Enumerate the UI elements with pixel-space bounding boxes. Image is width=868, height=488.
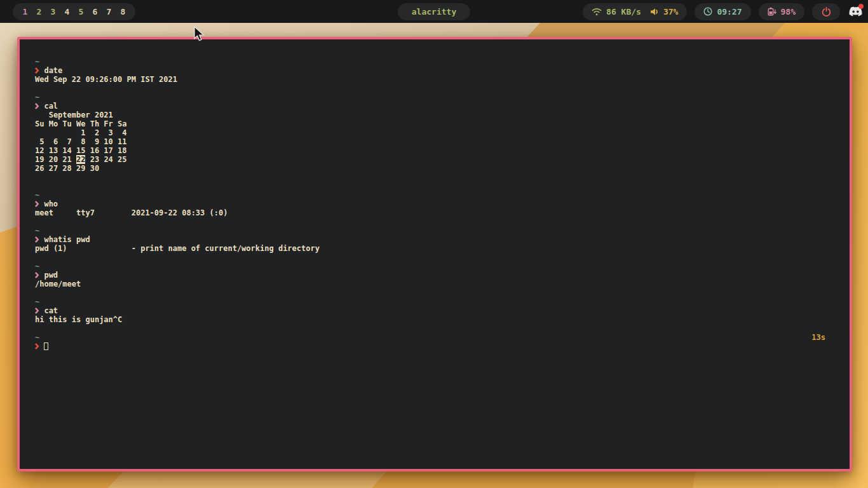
volume-icon	[650, 8, 659, 16]
workspace-6[interactable]: 6	[92, 7, 98, 17]
terminal-line: ~	[35, 191, 834, 200]
prompt-arrow-icon	[35, 342, 39, 351]
terminal-line: cal	[35, 102, 834, 111]
terminal-line: who	[35, 200, 834, 208]
terminal-line: Su Mo Tu We Th Fr Sa	[35, 119, 834, 128]
workspace-5[interactable]: 5	[78, 7, 84, 17]
prompt-arrow-icon	[35, 102, 39, 111]
terminal-line: /home/meet	[35, 280, 834, 288]
network-segment: 86 KB/s	[592, 7, 641, 17]
notification-badge	[858, 4, 864, 9]
terminal-line: 26 27 28 29 30	[35, 164, 834, 173]
terminal-line: date	[35, 66, 834, 75]
wifi-icon	[592, 8, 602, 16]
network-volume-pill: 86 KB/s 37%	[583, 3, 687, 20]
power-icon	[822, 7, 831, 17]
workspace-1[interactable]: 1	[22, 7, 28, 17]
prompt-arrow-icon	[35, 200, 39, 208]
terminal-line: 12 13 14 15 16 17 18	[35, 146, 834, 155]
prompt-arrow-icon	[35, 306, 39, 315]
terminal-line: 5 6 7 8 9 10 11	[35, 137, 834, 146]
terminal-line: 19 20 21 22 23 24 25	[35, 155, 834, 164]
workspace-7[interactable]: 7	[106, 7, 112, 17]
clock-icon	[703, 7, 712, 16]
battery-percent: 98%	[781, 7, 796, 17]
terminal-line: ~	[35, 57, 834, 66]
window-title-pill: alacritty	[398, 3, 470, 20]
terminal-line	[35, 324, 834, 333]
top-bar: 12345678 alacritty 86 KB/s 37%	[0, 0, 868, 23]
terminal-line: hi this is gunjan^C	[35, 315, 834, 324]
workspace-4[interactable]: 4	[64, 7, 70, 17]
terminal-line: ~	[35, 262, 834, 271]
terminal-cursor	[44, 342, 48, 350]
terminal-line	[35, 84, 834, 93]
terminal-line: September 2021	[35, 111, 834, 119]
workspace-8[interactable]: 8	[120, 7, 126, 17]
workspace-list: 12345678	[13, 3, 135, 20]
workspace-3[interactable]: 3	[50, 7, 56, 17]
power-button[interactable]	[812, 3, 840, 20]
terminal-line	[35, 342, 834, 351]
prompt-arrow-icon	[35, 66, 39, 75]
terminal-line: ~	[35, 297, 834, 306]
terminal-line: pwd	[35, 271, 834, 280]
clock-time: 09:27	[717, 7, 742, 17]
terminal-line	[35, 173, 834, 182]
battery-pill: 98%	[759, 3, 804, 20]
terminal-line	[35, 182, 834, 191]
terminal-line	[35, 288, 834, 297]
status-cluster: 86 KB/s 37% 09:27	[583, 3, 863, 20]
terminal-line	[35, 217, 834, 226]
clock-pill: 09:27	[695, 3, 750, 20]
terminal-line: ~	[35, 93, 834, 102]
terminal-line	[35, 253, 834, 262]
terminal-output: ~ dateWed Sep 22 09:26:00 PM IST 2021~ c…	[20, 39, 850, 469]
terminal-line: whatis pwd	[35, 235, 834, 244]
terminal-window[interactable]: ~ dateWed Sep 22 09:26:00 PM IST 2021~ c…	[17, 37, 852, 471]
terminal-line: pwd (1) - print name of current/working …	[35, 244, 834, 253]
discord-tray-icon[interactable]	[848, 4, 863, 19]
terminal-line: 1 2 3 4	[35, 128, 834, 137]
terminal-line: meet tty7 2021-09-22 08:33 (:0)	[35, 208, 834, 217]
command-duration-badge: 13s	[811, 333, 825, 342]
workspace-2[interactable]: 2	[36, 7, 42, 17]
prompt-arrow-icon	[35, 271, 39, 280]
terminal-line: ~	[35, 226, 834, 235]
battery-charging-icon	[768, 7, 776, 16]
volume-segment: 37%	[650, 7, 678, 17]
terminal-line: Wed Sep 22 09:26:00 PM IST 2021	[35, 75, 834, 84]
terminal-line: cat	[35, 306, 834, 315]
volume-percent: 37%	[663, 7, 678, 17]
terminal-line: 13s~	[35, 333, 834, 342]
prompt-arrow-icon	[35, 235, 39, 244]
network-speed: 86 KB/s	[606, 7, 641, 17]
window-title: alacritty	[412, 7, 456, 17]
